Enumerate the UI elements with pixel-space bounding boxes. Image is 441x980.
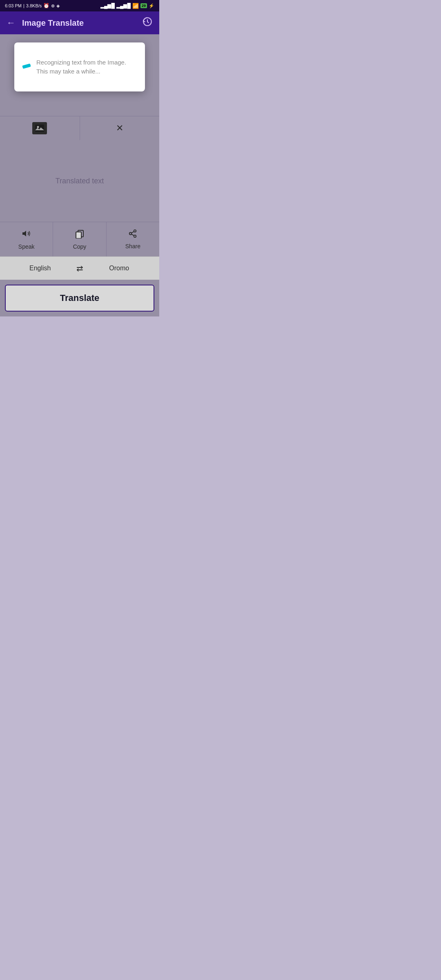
- signal-icon2: ▂▄▆█: [116, 3, 131, 9]
- wifi-icon: 📶: [132, 3, 139, 9]
- loading-dialog: Recognizing text from the Image. This ma…: [14, 42, 145, 91]
- status-right: ▂▄▆█ ▂▄▆█ 📶 29 ⚡: [100, 3, 154, 9]
- status-left: 6:03 PM | 3.8KB/s ⏰ ⊕ ◈: [5, 3, 60, 9]
- loading-spinner: [22, 65, 31, 69]
- charging-icon: ⚡: [149, 3, 154, 9]
- back-button[interactable]: ←: [7, 18, 16, 28]
- separator: |: [23, 3, 24, 8]
- icon1: ⊕: [51, 3, 55, 9]
- speed-label: 3.8KB/s: [26, 3, 42, 8]
- history-button[interactable]: [142, 16, 153, 29]
- page-title: Image Translate: [22, 18, 142, 28]
- app-bar: ← Image Translate: [0, 11, 159, 34]
- time-label: 6:03 PM: [5, 3, 22, 8]
- signal-icon: ▂▄▆█: [100, 3, 115, 9]
- alarm-icon: ⏰: [43, 3, 49, 9]
- icon2: ◈: [56, 3, 60, 9]
- dialog-overlay: Recognizing text from the Image. This ma…: [0, 34, 159, 316]
- dialog-message: Recognizing text from the Image. This ma…: [36, 58, 126, 76]
- battery-indicator: 29: [140, 3, 147, 8]
- main-content: Text Get From The Image Here ✕ Recognizi…: [0, 34, 159, 316]
- status-bar: 6:03 PM | 3.8KB/s ⏰ ⊕ ◈ ▂▄▆█ ▂▄▆█ 📶 29 ⚡: [0, 0, 159, 11]
